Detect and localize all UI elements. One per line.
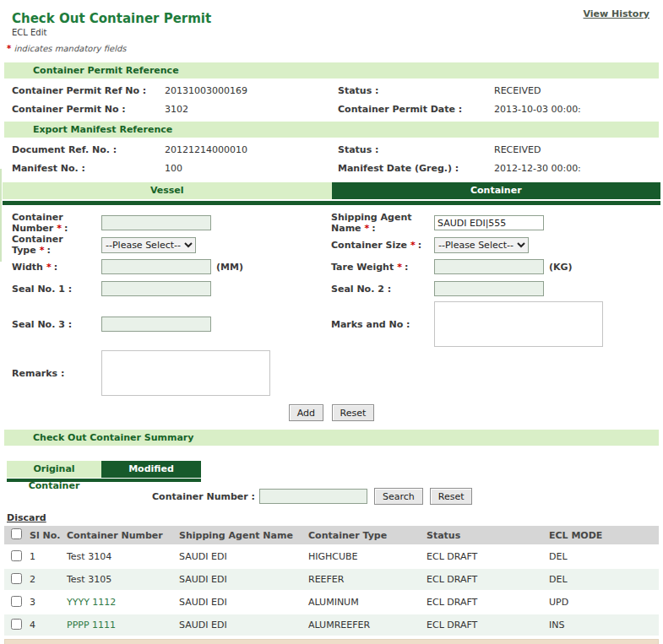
marks-and-no-label: Marks and No :: [331, 319, 434, 330]
table-row: 3YYYY 1112SAUDI EDIALUMINUMECL DRAFTUPD: [4, 592, 659, 614]
mandatory-fields-note: * indicates mandatory fields: [7, 44, 126, 53]
width-input[interactable]: [101, 259, 211, 274]
seal-no-1-label: Seal No. 1 :: [12, 284, 101, 295]
document-ref-no-value: 20121214000010: [165, 144, 338, 155]
width-unit-label: (MM): [216, 262, 243, 273]
row-shipping-agent: SAUDI EDI: [179, 597, 308, 608]
discard-link[interactable]: Discard: [7, 512, 46, 523]
manifest-date-label: Manifest Date (Greg.) :: [338, 163, 494, 174]
row-status: ECL DRAFT: [427, 620, 549, 630]
permit-status-value: RECEIVED: [494, 85, 663, 96]
container-size-select[interactable]: --Please Select--: [434, 237, 529, 253]
info-row: Document Ref. No. : 20121214000010 Statu…: [0, 140, 663, 159]
form-row: Seal No. 1 : Seal No. 2 :: [0, 278, 663, 300]
col-header-shipping-agent: Shipping Agent Name: [179, 530, 308, 541]
form-row: Seal No. 3 : Marks and No :: [0, 300, 663, 349]
marks-and-no-textarea[interactable]: [434, 301, 603, 347]
container-size-label: Container Size*:: [331, 240, 434, 251]
row-select-checkbox[interactable]: [11, 596, 22, 607]
info-row: Manifest No. : 100 Manifest Date (Greg.)…: [0, 159, 663, 177]
checkout-container-summary-header: Check Out Container Summary: [4, 430, 659, 446]
row-container-number-link[interactable]: PPPP 1111: [67, 620, 179, 630]
view-history-link[interactable]: View History: [584, 8, 649, 19]
row-container-type: REEFER: [308, 574, 427, 585]
add-button[interactable]: Add: [289, 404, 323, 421]
tab-original-container[interactable]: Original Container: [7, 461, 101, 478]
manifest-status-label: Status :: [338, 144, 494, 155]
permit-date-label: Container Permit Date :: [338, 104, 494, 115]
permit-status-label: Status :: [338, 85, 494, 96]
seal-no-3-label: Seal No. 3 :: [12, 319, 101, 330]
tab-container[interactable]: Container: [332, 182, 661, 199]
row-select-checkbox[interactable]: [11, 619, 22, 630]
table-header-row: Sl No. Container Number Shipping Agent N…: [4, 526, 659, 546]
permit-date-value: 2013-10-03 00:00:: [494, 104, 663, 115]
row-container-number-link[interactable]: YYYY 1112: [67, 597, 179, 608]
container-summary-table: Sl No. Container Number Shipping Agent N…: [4, 526, 659, 637]
search-container-number-input[interactable]: [259, 489, 367, 504]
row-container-type: HIGHCUBE: [308, 551, 427, 562]
col-header-ecl-mode: ECL MODE: [549, 530, 659, 541]
row-container-number: Test 3105: [67, 574, 179, 585]
info-row: Container Permit Ref No : 20131003000169…: [0, 81, 663, 100]
row-status: ECL DRAFT: [427, 574, 549, 585]
row-select-checkbox[interactable]: [11, 573, 22, 584]
container-type-label: Container Type*:: [12, 234, 101, 256]
manifest-no-label: Manifest No. :: [12, 163, 165, 174]
search-container-number-label: Container Number :: [152, 491, 255, 502]
row-select-checkbox[interactable]: [11, 550, 22, 561]
page-subtitle: ECL Edit: [12, 28, 46, 37]
search-button[interactable]: Search: [374, 488, 423, 505]
row-shipping-agent: SAUDI EDI: [179, 551, 308, 562]
row-shipping-agent: SAUDI EDI: [179, 574, 308, 585]
row-ecl-mode: UPD: [549, 597, 659, 608]
container-type-select[interactable]: --Please Select--: [101, 237, 196, 253]
table-body: 1Test 3104SAUDI EDIHIGHCUBEECL DRAFTDEL2…: [4, 546, 659, 637]
row-sl-no: 3: [30, 597, 67, 608]
container-permit-reference-header: Container Permit Reference: [4, 62, 659, 78]
container-form: Container Number*: Shipping Agent Name*:…: [0, 205, 663, 421]
reset-button[interactable]: Reset: [332, 404, 375, 421]
manifest-no-value: 100: [165, 163, 338, 174]
form-row: Container Number*: Shipping Agent Name*:: [0, 212, 663, 234]
row-shipping-agent: SAUDI EDI: [179, 620, 308, 630]
tare-weight-input[interactable]: [434, 259, 544, 274]
shipping-agent-name-input[interactable]: [434, 215, 544, 230]
seal-no-3-input[interactable]: [101, 317, 211, 332]
summary-tabbar: Original Container Modified Container: [7, 461, 663, 478]
form-row: Remarks :: [0, 349, 663, 398]
col-header-status: Status: [427, 530, 549, 541]
table-row: 1Test 3104SAUDI EDIHIGHCUBEECL DRAFTDEL: [4, 546, 659, 569]
info-row: Container Permit No : 3102 Container Per…: [0, 100, 663, 118]
export-manifest-reference-header: Export Manifest Reference: [4, 122, 659, 138]
search-reset-button[interactable]: Reset: [430, 488, 473, 505]
seal-no-2-label: Seal No. 2 :: [331, 284, 434, 295]
tare-weight-unit-label: (KG): [549, 262, 573, 273]
permit-ref-no-label: Container Permit Ref No :: [12, 85, 165, 96]
row-sl-no: 1: [30, 551, 67, 562]
table-row: 2Test 3105SAUDI EDIREEFERECL DRAFTDEL: [4, 569, 659, 592]
total-search-records-bar: Total Search Record(s) :4: [4, 639, 659, 644]
page-title: Check Out Container Permit: [12, 11, 211, 26]
mandatory-asterisk: *: [7, 44, 11, 53]
remarks-textarea[interactable]: [101, 350, 270, 396]
container-number-input[interactable]: [101, 215, 211, 230]
select-all-checkbox[interactable]: [11, 528, 22, 539]
left-edge-decoration: [0, 169, 2, 262]
form-row: Width*: (MM) Tare Weight*: (KG): [0, 256, 663, 278]
row-sl-no: 4: [30, 620, 67, 630]
remarks-label: Remarks :: [12, 368, 101, 379]
tab-modified-container[interactable]: Modified Container: [101, 461, 201, 478]
tab-vessel[interactable]: Vessel: [3, 182, 332, 199]
seal-no-2-input[interactable]: [434, 281, 544, 296]
row-container-number: Test 3104: [67, 551, 179, 562]
vessel-container-tabbar: Vessel Container: [3, 182, 660, 199]
col-header-container-number: Container Number: [67, 530, 179, 541]
container-permit-reference-body: Container Permit Ref No : 20131003000169…: [0, 78, 663, 122]
row-sl-no: 2: [30, 574, 67, 585]
row-container-type: ALUMREEFER: [308, 620, 427, 630]
permit-no-label: Container Permit No :: [12, 104, 165, 115]
export-manifest-reference-body: Document Ref. No. : 20121214000010 Statu…: [0, 138, 663, 181]
seal-no-1-input[interactable]: [101, 281, 211, 296]
row-container-type: ALUMINUM: [308, 597, 427, 608]
